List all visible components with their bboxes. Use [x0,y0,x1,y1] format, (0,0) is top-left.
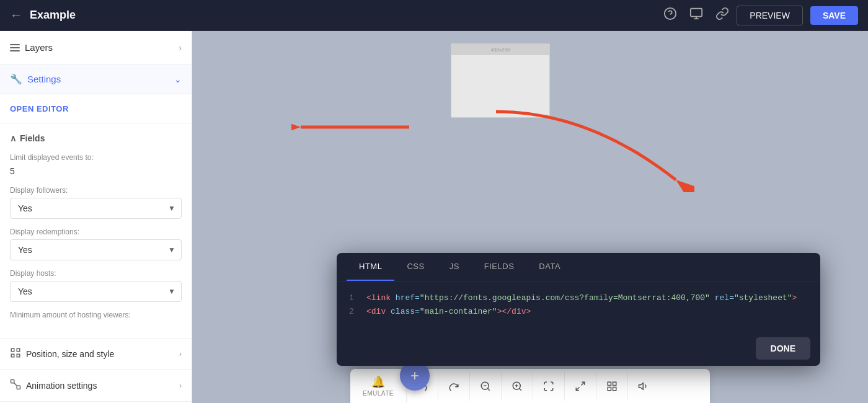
main-layout: Layers › 🔧 Settings ⌄ OPEN EDITOR ∧ Fiel… [0,31,868,403]
code-editor-footer: DONE [337,331,820,366]
zoom-in-button[interactable] [502,372,533,401]
save-button[interactable]: SAVE [810,6,858,25]
settings-chevron-down-icon: ⌄ [174,74,182,84]
code-editor-tabs: HTML CSS JS FIELDS DATA [337,253,820,281]
layers-label: Layers [25,42,53,53]
done-button[interactable]: DONE [756,337,810,360]
attr-rel: rel= [715,293,734,303]
svg-rect-25 [613,387,616,390]
page-title: Example [30,9,656,22]
emulate-icon: 🔔 [371,375,385,389]
field-redemptions-label: Display redemptions: [10,228,182,236]
sidebar-item-settings[interactable]: 🔧 Settings ⌄ [0,64,192,94]
svg-rect-22 [608,382,611,385]
position-size-chevron-right-icon: › [179,350,182,358]
topbar-icons [663,7,729,24]
sidebar-item-position-size-style[interactable]: Position, size and style › [0,339,192,370]
canvas-area: 438x200 HTML CSS [192,31,868,403]
tab-html[interactable]: HTML [347,253,394,281]
svg-rect-10 [17,386,20,389]
fields-label: Fields [20,133,45,143]
sidebar-item-layers[interactable]: Layers › [0,31,192,64]
field-redemptions-select[interactable]: YesNo [10,239,182,260]
tag-open-link: <link [366,293,391,303]
svg-rect-23 [613,382,616,385]
grid-button[interactable] [596,372,628,401]
fields-chevron-up-icon: ∧ [10,133,16,143]
animation-icon [10,379,21,392]
link-icon[interactable] [715,7,729,24]
animation-label: Animation settings [26,381,97,391]
svg-rect-24 [608,387,611,390]
svg-line-20 [582,382,585,385]
layers-icon [10,44,20,51]
tab-data[interactable]: DATA [526,253,573,281]
code-editor-body[interactable]: 1 <link href="https://fonts.googleapis.c… [337,281,820,331]
field-followers: Display followers: YesNo ▼ [10,186,182,219]
svg-rect-6 [17,348,20,352]
arrow-right-icon [465,105,694,192]
fields-section: ∧ Fields Limit displayed events to: 5 Di… [0,123,192,338]
svg-marker-26 [639,383,644,389]
field-hosts-label: Display hosts: [10,269,182,278]
field-limit-label: Limit displayed events to: [10,153,182,162]
audio-button[interactable] [628,372,659,401]
field-followers-select[interactable]: YesNo [10,198,182,219]
settings-label: Settings [27,74,61,84]
back-button[interactable]: ← [10,8,22,22]
arrow-left-icon [291,112,415,143]
zoom-out-button[interactable] [470,372,502,401]
help-icon[interactable] [663,7,677,24]
svg-rect-5 [11,348,14,352]
tab-js[interactable]: JS [437,253,472,281]
position-size-icon [10,347,21,361]
emulate-button[interactable]: 🔔 EMULATE [350,369,407,403]
tag-open-div: <div [366,307,386,316]
fields-header: ∧ Fields [10,133,182,143]
attr-class: class= [391,307,420,316]
field-redemptions: Display redemptions: YesNo ▼ [10,228,182,260]
tab-css[interactable]: CSS [394,253,436,281]
redo-button[interactable] [438,372,470,401]
animation-chevron-right-icon: › [179,381,182,390]
svg-rect-8 [17,354,20,357]
sidebar: Layers › 🔧 Settings ⌄ OPEN EDITOR ∧ Fiel… [0,31,192,403]
expand-button[interactable] [565,372,596,401]
field-min-hosting-label: Minimum amount of hosting viewers: [10,311,182,319]
sidebar-bottom-items: Position, size and style › Animation set… [0,338,192,402]
open-editor-row: OPEN EDITOR [0,94,192,123]
topbar: ← Example PREVIEW SAVE [0,0,868,31]
svg-line-21 [576,387,579,390]
tab-fields[interactable]: FIELDS [472,253,527,281]
open-editor-button[interactable]: OPEN EDITOR [10,104,69,113]
field-limit-events: Limit displayed events to: 5 [10,153,182,177]
code-line-1: 1 <link href="https://fonts.googleapis.c… [349,291,808,305]
code-line-2: 2 <div class="main-container"></div> [349,305,808,319]
field-hosts: Display hosts: YesNo ▼ [10,269,182,302]
svg-line-14 [487,388,489,390]
attr-href: href= [396,293,420,303]
svg-rect-9 [11,380,14,383]
fullscreen-button[interactable] [533,372,565,401]
field-hosts-select[interactable]: YesNo [10,281,182,302]
svg-rect-7 [11,354,14,357]
widget-preview: 438x200 [451,43,550,118]
preview-button[interactable]: PREVIEW [737,6,803,25]
layers-chevron-right-icon: › [179,43,182,53]
code-editor: HTML CSS JS FIELDS DATA 1 <link href="ht… [337,253,820,366]
wrench-icon: 🔧 [10,73,22,85]
emulate-label: EMULATE [363,390,394,397]
field-limit-value: 5 [10,165,182,177]
display-icon[interactable] [689,7,703,24]
field-followers-label: Display followers: [10,186,182,195]
sidebar-item-animation-settings[interactable]: Animation settings › [0,370,192,402]
svg-rect-2 [691,9,702,17]
field-min-hosting: Minimum amount of hosting viewers: [10,311,182,319]
position-size-label: Position, size and style [26,349,114,359]
svg-line-17 [519,388,521,390]
